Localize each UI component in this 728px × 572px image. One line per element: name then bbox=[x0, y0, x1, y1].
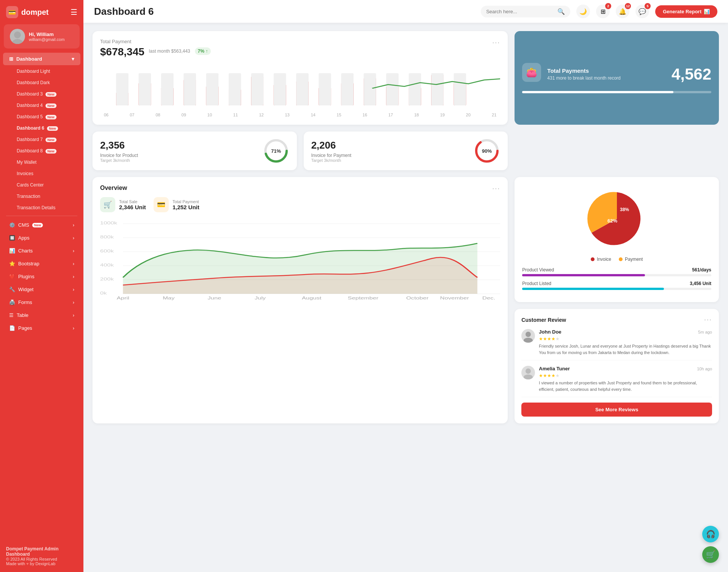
sale-icon: 🛒 bbox=[100, 197, 115, 212]
svg-point-1 bbox=[12, 39, 23, 44]
sidebar-item-cms[interactable]: ⚙️CMSNew› bbox=[3, 219, 80, 231]
sidebar-item-dashboard-light[interactable]: Dashboard Light bbox=[3, 66, 80, 77]
sidebar-item-dashboard-7[interactable]: Dashboard 7 New bbox=[3, 134, 80, 145]
sidebar-item-dashboard-3[interactable]: Dashboard 3 New bbox=[3, 89, 80, 99]
page-title: Dashboard 6 bbox=[94, 6, 154, 17]
sidebar-item-transaction[interactable]: Transaction bbox=[3, 191, 80, 202]
sidebar-item-dashboard-dark[interactable]: Dashboard Dark bbox=[3, 77, 80, 88]
pie-legend: Invoice Payment bbox=[522, 257, 711, 262]
notifications-button[interactable]: 🔔 12 bbox=[616, 5, 629, 18]
apps-button[interactable]: ⊞ 2 bbox=[596, 5, 610, 18]
more-icon[interactable]: ··· bbox=[492, 39, 500, 47]
sidebar-item-transaction-details[interactable]: Transaction Details bbox=[3, 202, 80, 213]
last-month-label: last month $563,443 bbox=[149, 49, 190, 54]
chevron-right-icon: › bbox=[73, 274, 74, 279]
logo-icon: 💳 bbox=[6, 6, 18, 18]
dark-mode-toggle[interactable]: 🌙 bbox=[576, 5, 590, 18]
search-input[interactable] bbox=[486, 9, 554, 14]
sidebar-item-dashboard[interactable]: ⊞ Dashboard ▾ bbox=[3, 53, 80, 65]
chevron-right-icon: › bbox=[73, 312, 74, 318]
blue-progress-bar bbox=[522, 91, 711, 93]
svg-rect-29 bbox=[161, 73, 174, 105]
invoice-payment-label: Invoice for Payment bbox=[311, 153, 351, 158]
svg-point-65 bbox=[526, 368, 531, 374]
svg-rect-3 bbox=[454, 73, 466, 105]
sidebar-item-dashboard-4[interactable]: Dashboard 4 New bbox=[3, 100, 80, 111]
sidebar-item-dashboard-5[interactable]: Dashboard 5 New bbox=[3, 111, 80, 122]
product-listed-label: Product Listed bbox=[522, 281, 551, 286]
footer-brand: Dompet Payment Admin Dashboard bbox=[6, 546, 77, 557]
logo-text: dompet bbox=[21, 8, 49, 17]
sidebar-item-pages[interactable]: 📄Pages› bbox=[3, 322, 80, 334]
generate-label: Generate Report bbox=[663, 9, 701, 14]
dashboard-label: Dashboard bbox=[16, 56, 42, 62]
apps-badge: 2 bbox=[605, 3, 611, 9]
review-item-2: Amelia Tuner 10h ago ★★★★★ I viewed a nu… bbox=[521, 366, 712, 397]
chevron-right-icon: › bbox=[73, 261, 74, 266]
svg-text:0k: 0k bbox=[100, 291, 107, 296]
invoice-product-label: Invoice for Product bbox=[100, 153, 138, 158]
footer-copyright: © 2023 All Rights Reserved bbox=[6, 557, 77, 561]
sidebar-item-apps[interactable]: 🔲Apps› bbox=[3, 232, 80, 244]
blue-payments-card: 👛 Total Payments 431 more to break last … bbox=[515, 31, 719, 125]
badge-new-d6: New bbox=[47, 126, 58, 131]
donut-chart-payment: 90% bbox=[474, 138, 500, 164]
hamburger-icon[interactable]: ☰ bbox=[71, 8, 77, 17]
overview-more-icon[interactable]: ··· bbox=[492, 185, 500, 193]
svg-rect-33 bbox=[116, 73, 129, 105]
sidebar-item-cards-center[interactable]: Cards Center bbox=[3, 180, 80, 190]
growth-badge: 7% ↑ bbox=[195, 47, 211, 55]
svg-text:November: November bbox=[440, 296, 469, 300]
sidebar-item-table[interactable]: ☰Table› bbox=[3, 309, 80, 321]
area-chart: 1000k 800k 600k 400k 200k 0k bbox=[100, 217, 500, 300]
sidebar-item-invoices[interactable]: Invoices bbox=[3, 168, 80, 179]
review-more-icon[interactable]: ··· bbox=[704, 316, 712, 324]
invoice-product-card: 2,356 Invoice for Product Target 3k/mont… bbox=[93, 132, 297, 170]
sidebar-item-charts[interactable]: 📊Charts› bbox=[3, 244, 80, 257]
total-payment-overview-label: Total Payment bbox=[173, 199, 199, 204]
invoice-product-number: 2,356 bbox=[100, 139, 138, 151]
sidebar-item-bootstrap[interactable]: ⭐Bootstrap› bbox=[3, 257, 80, 270]
blue-card-subtitle: 431 more to break last month record bbox=[547, 75, 620, 81]
svg-point-64 bbox=[524, 338, 533, 343]
cart-fab[interactable]: 🛒 bbox=[702, 546, 719, 563]
support-fab[interactable]: 🎧 bbox=[702, 526, 719, 542]
floating-buttons: 🎧 🛒 bbox=[702, 526, 719, 563]
sidebar-item-forms[interactable]: 🖨️Forms› bbox=[3, 296, 80, 309]
sidebar-item-widget[interactable]: 🔧Widget› bbox=[3, 283, 80, 296]
badge-new-d3: New bbox=[46, 92, 56, 97]
generate-report-button[interactable]: Generate Report 📊 bbox=[655, 5, 717, 18]
total-payment-overview-value: 1,252 Unit bbox=[173, 204, 199, 210]
svg-rect-7 bbox=[409, 73, 421, 105]
messages-button[interactable]: 💬 5 bbox=[635, 5, 649, 18]
overview-card: Overview ··· 🛒 Total Sale 2,346 Unit 💳 bbox=[93, 177, 508, 423]
sidebar-item-dashboard-6[interactable]: Dashboard 6 New bbox=[3, 123, 80, 133]
badge-new-d8: New bbox=[46, 149, 56, 154]
svg-rect-27 bbox=[184, 73, 196, 105]
invoice-payment-number: 2,206 bbox=[311, 139, 351, 151]
svg-text:September: September bbox=[348, 296, 378, 300]
sidebar-item-dashboard-8[interactable]: Dashboard 8 New bbox=[3, 146, 80, 156]
total-payment-title: Total Payment bbox=[100, 39, 211, 44]
wallet-icon: 👛 bbox=[522, 63, 541, 82]
badge-new-d7: New bbox=[46, 138, 56, 142]
svg-rect-15 bbox=[318, 73, 331, 105]
product-viewed-value: 561/days bbox=[692, 267, 711, 273]
svg-text:90%: 90% bbox=[482, 148, 492, 154]
x-axis-labels: 06070809101112131415161718192021 bbox=[100, 111, 500, 117]
header: Dashboard 6 🔍 🌙 ⊞ 2 🔔 12 💬 5 Gene bbox=[83, 0, 728, 23]
sidebar-item-plugins[interactable]: ❤️Plugins› bbox=[3, 270, 80, 283]
chevron-right-icon: › bbox=[73, 287, 74, 292]
sidebar-header: 💳 dompet ☰ bbox=[0, 0, 83, 24]
bell-icon: 🔔 bbox=[619, 8, 626, 15]
reviewer-name-2: Amelia Tuner bbox=[539, 366, 570, 371]
svg-rect-19 bbox=[274, 73, 286, 105]
sidebar-item-my-wallet[interactable]: My Wallet bbox=[3, 157, 80, 168]
product-viewed-label: Product Viewed bbox=[522, 267, 554, 273]
footer-made-with: Made with ♥ by DexignLab bbox=[6, 561, 77, 566]
user-email: william@gmail.com bbox=[29, 37, 64, 42]
sidebar-logo[interactable]: 💳 dompet bbox=[6, 6, 49, 18]
see-more-reviews-button[interactable]: See More Reviews bbox=[521, 403, 712, 417]
donut-chart-product: 71% bbox=[263, 138, 289, 164]
svg-point-63 bbox=[526, 332, 531, 337]
